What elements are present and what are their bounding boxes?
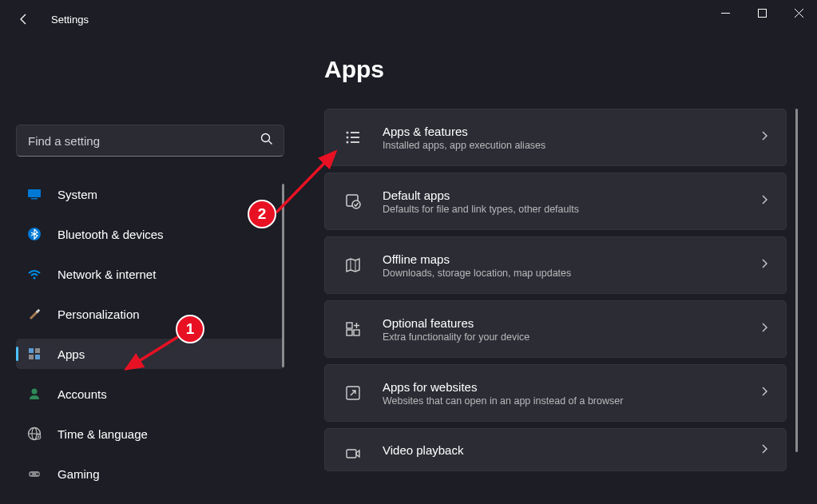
globe-icon: [27, 427, 42, 441]
sidebar-item-label: Accounts: [58, 387, 107, 401]
svg-point-22: [38, 474, 39, 475]
monitor-icon: [27, 187, 42, 201]
sidebar-item-label: Network & internet: [58, 268, 156, 281]
brush-icon: [27, 307, 42, 321]
svg-rect-35: [354, 330, 359, 335]
back-button[interactable]: [16, 11, 32, 27]
chevron-right-icon: [760, 443, 768, 458]
svg-rect-5: [31, 198, 38, 200]
window-controls: [707, 0, 817, 26]
search-input[interactable]: [16, 125, 284, 157]
card-offline-maps[interactable]: Offline mapsDownloads, storage location,…: [324, 236, 787, 294]
card-subtitle: Extra functionality for your device: [383, 331, 752, 343]
card-apps-features[interactable]: Apps & featuresInstalled apps, app execu…: [324, 109, 787, 166]
sidebar-item-bluetooth-devices[interactable]: Bluetooth & devices: [16, 219, 284, 249]
sidebar-item-label: Apps: [58, 347, 85, 361]
sidebar-item-label: Bluetooth & devices: [58, 228, 164, 241]
card-title: Offline maps: [383, 252, 752, 266]
svg-point-23: [347, 132, 349, 134]
sidebar-item-label: Gaming: [58, 467, 100, 481]
search-icon: [260, 133, 273, 149]
svg-point-30: [352, 200, 360, 208]
card-subtitle: Installed apps, app execution aliases: [383, 140, 752, 151]
gamepad-icon: [27, 466, 42, 481]
svg-point-25: [347, 137, 349, 139]
card-title: Optional features: [383, 316, 752, 330]
person-icon: [27, 387, 42, 401]
svg-rect-10: [35, 348, 40, 353]
svg-rect-4: [28, 189, 41, 197]
svg-point-13: [32, 389, 38, 395]
sidebar-scrollbar[interactable]: [282, 184, 284, 367]
chevron-right-icon: [760, 386, 768, 400]
close-button[interactable]: [780, 0, 817, 26]
svg-rect-37: [347, 450, 356, 458]
card-optional-features[interactable]: Optional featuresExtra functionality for…: [324, 300, 787, 358]
maximize-button[interactable]: [744, 0, 780, 26]
sidebar-item-label: System: [58, 188, 97, 201]
page-title: Apps: [324, 56, 803, 83]
sidebar-item-label: Personalization: [58, 308, 140, 321]
svg-line-3: [269, 141, 272, 145]
list-icon: [343, 127, 363, 148]
sidebar-item-label: Time & language: [58, 427, 148, 441]
minimize-button[interactable]: [707, 0, 744, 26]
wifi-icon: [27, 267, 42, 281]
chevron-right-icon: [760, 258, 768, 272]
svg-rect-28: [351, 141, 359, 143]
card-title: Video playback: [383, 443, 752, 457]
main-scrollbar[interactable]: [795, 109, 798, 452]
chevron-right-icon: [760, 130, 768, 145]
svg-rect-12: [35, 355, 40, 359]
sidebar-item-apps[interactable]: Apps: [16, 339, 284, 369]
sidebar-item-gaming[interactable]: Gaming: [16, 458, 284, 489]
defaults-icon: [343, 191, 363, 212]
sidebar-scroll: SystemBluetooth & devicesNetwork & inter…: [16, 179, 284, 479]
card-title: Apps for websites: [383, 380, 752, 394]
svg-point-7: [34, 277, 36, 280]
sidebar-item-time-language[interactable]: Time & language: [16, 419, 284, 449]
card-video-playback[interactable]: Video playback: [324, 428, 787, 471]
svg-point-2: [262, 134, 270, 142]
svg-rect-26: [351, 137, 359, 138]
sidebar-item-personalization[interactable]: Personalization: [16, 299, 284, 329]
apps-icon: [27, 347, 42, 361]
card-title: Default apps: [383, 189, 752, 202]
svg-rect-9: [29, 348, 34, 353]
svg-rect-24: [351, 132, 359, 133]
bluetooth-icon: [27, 227, 42, 241]
svg-rect-11: [29, 355, 34, 359]
search-box[interactable]: [16, 125, 284, 157]
sidebar-item-network-internet[interactable]: Network & internet: [16, 259, 284, 289]
sidebar-item-accounts[interactable]: Accounts: [16, 379, 284, 409]
card-default-apps[interactable]: Default appsDefaults for file and link t…: [324, 173, 787, 230]
svg-rect-34: [347, 330, 352, 335]
map-icon: [343, 255, 363, 276]
card-subtitle: Websites that can open in an app instead…: [383, 395, 752, 407]
plus-grid-icon: [343, 319, 363, 339]
video-icon: [343, 443, 363, 464]
user-block: [16, 38, 284, 125]
chevron-right-icon: [760, 322, 768, 336]
svg-rect-33: [347, 323, 352, 328]
card-apps-for-websites[interactable]: Apps for websitesWebsites that can open …: [324, 364, 787, 422]
card-subtitle: Downloads, storage location, map updates: [383, 268, 752, 279]
sidebar-item-system[interactable]: System: [16, 179, 284, 209]
svg-point-21: [36, 474, 38, 475]
external-icon: [343, 383, 363, 403]
svg-point-27: [347, 141, 349, 144]
sidebar: SystemBluetooth & devicesNetwork & inter…: [0, 38, 295, 479]
window-title: Settings: [51, 14, 89, 26]
main-content: Apps Apps & featuresInstalled apps, app …: [295, 38, 817, 479]
svg-rect-1: [758, 9, 766, 17]
chevron-right-icon: [760, 194, 768, 208]
titlebar: Settings: [0, 0, 817, 38]
card-title: Apps & features: [383, 125, 752, 138]
card-subtitle: Defaults for file and link types, other …: [383, 204, 752, 215]
